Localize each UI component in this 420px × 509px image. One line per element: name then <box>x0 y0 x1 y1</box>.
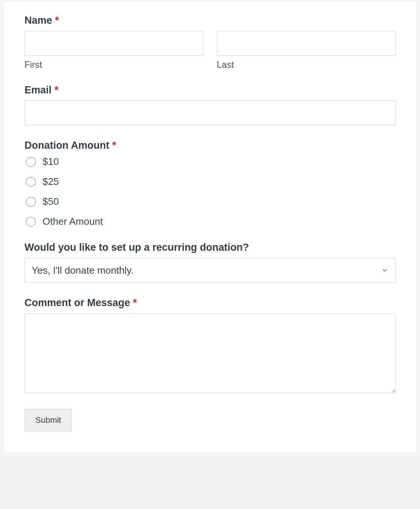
email-label-text: Email <box>24 84 52 96</box>
donation-label-text: Donation Amount <box>24 140 109 151</box>
donation-option-25: $25 <box>24 176 396 187</box>
donation-radio-25[interactable] <box>26 177 36 187</box>
donation-option-other: Other Amount <box>24 216 396 227</box>
donation-radio-list: $10 $25 $50 Other Amount <box>24 156 396 227</box>
last-name-col: Last <box>217 31 396 70</box>
donation-field-group: Donation Amount * $10 $25 $50 O <box>24 140 396 227</box>
donation-option-10: $10 <box>24 156 396 168</box>
last-name-sublabel: Last <box>217 59 396 70</box>
comment-label-text: Comment or Message <box>24 297 130 308</box>
submit-button[interactable]: Submit <box>24 409 72 431</box>
required-mark: * <box>133 297 137 308</box>
donation-radio-label[interactable]: Other Amount <box>43 216 103 227</box>
name-row: First Last <box>24 31 396 70</box>
donation-radio-50[interactable] <box>26 197 36 207</box>
recurring-field-group: Would you like to set up a recurring don… <box>24 242 396 283</box>
page-background: Name * First Last Email * <box>0 0 420 456</box>
required-mark: * <box>55 84 59 96</box>
last-name-input[interactable] <box>217 31 396 56</box>
first-name-input[interactable] <box>24 31 203 56</box>
first-name-sublabel: First <box>24 59 203 70</box>
recurring-label: Would you like to set up a recurring don… <box>24 242 396 253</box>
donation-option-50: $50 <box>24 196 396 207</box>
comment-label: Comment or Message * <box>24 297 396 309</box>
first-name-col: First <box>24 31 203 70</box>
required-mark: * <box>55 15 59 26</box>
donation-radio-10[interactable] <box>26 157 36 167</box>
donation-radio-label[interactable]: $25 <box>43 176 59 187</box>
comment-field-group: Comment or Message * <box>24 297 396 395</box>
name-field-group: Name * First Last <box>24 15 396 70</box>
comment-textarea[interactable] <box>24 313 396 393</box>
donation-label: Donation Amount * <box>24 140 396 151</box>
email-label: Email * <box>24 84 396 96</box>
form-card: Name * First Last Email * <box>4 2 416 452</box>
name-label-text: Name <box>24 15 52 26</box>
recurring-select[interactable]: Yes, I'll donate monthly. <box>24 258 396 283</box>
email-input[interactable] <box>24 101 396 125</box>
donation-radio-other[interactable] <box>26 217 36 227</box>
donation-radio-label[interactable]: $10 <box>43 156 59 168</box>
email-field-group: Email * <box>24 84 396 125</box>
recurring-select-wrap: Yes, I'll donate monthly. <box>24 258 396 283</box>
required-mark: * <box>112 140 116 151</box>
donation-radio-label[interactable]: $50 <box>43 196 59 207</box>
name-label: Name * <box>24 15 396 26</box>
